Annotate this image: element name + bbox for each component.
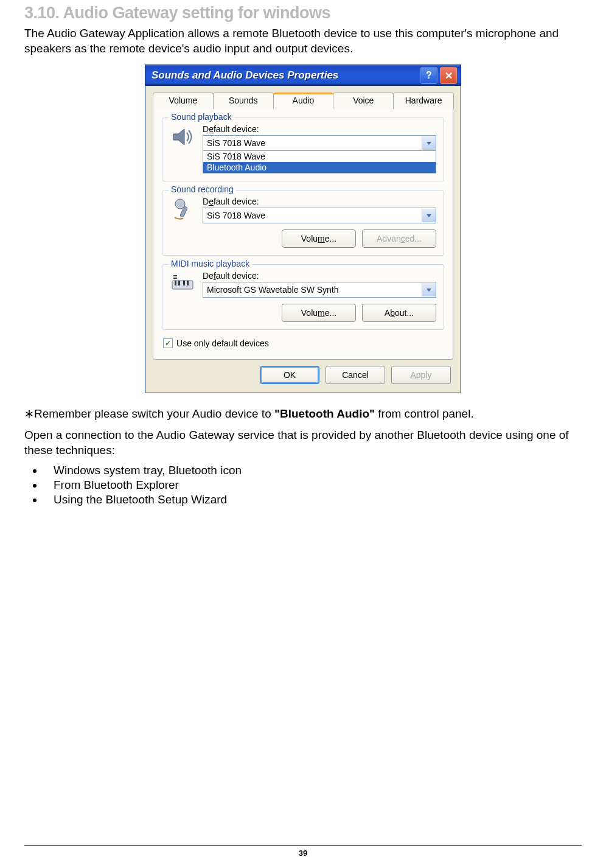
recording-label: Default device: bbox=[203, 197, 436, 206]
svg-rect-7 bbox=[178, 281, 180, 285]
dialog-footer: OK Cancel Apply bbox=[148, 360, 458, 387]
chevron-down-icon bbox=[422, 283, 436, 296]
svg-rect-9 bbox=[187, 281, 189, 285]
svg-marker-1 bbox=[427, 142, 431, 145]
group-title-midi: MIDI music playback bbox=[169, 259, 252, 268]
group-midi: MIDI music playback Default device: Micr… bbox=[162, 264, 444, 330]
use-default-label: Use only default devices bbox=[176, 338, 269, 348]
use-default-checkbox-row[interactable]: ✓ Use only default devices bbox=[163, 338, 444, 348]
cancel-button[interactable]: Cancel bbox=[326, 366, 385, 384]
group-title-recording: Sound recording bbox=[169, 184, 236, 194]
midi-volume-button[interactable]: Volume... bbox=[282, 304, 356, 322]
titlebar-buttons: ? ✕ bbox=[420, 67, 457, 84]
group-sound-recording: Sound recording Default device: SiS 7018… bbox=[162, 190, 444, 256]
midi-device-combo[interactable]: Microsoft GS Wavetable SW Synth bbox=[203, 282, 436, 298]
svg-rect-8 bbox=[183, 281, 185, 285]
open-connection-paragraph: Open a connection to the Audio Gateway s… bbox=[24, 428, 582, 458]
tab-voice[interactable]: Voice bbox=[333, 93, 394, 109]
group-sound-playback: Sound playback Default device: SiS 7018 … bbox=[162, 117, 444, 181]
svg-rect-6 bbox=[175, 281, 176, 285]
list-item: Windows system tray, Bluetooth icon bbox=[44, 464, 582, 477]
tab-panel-audio: Sound playback Default device: SiS 7018 … bbox=[153, 108, 453, 360]
apply-button: Apply bbox=[391, 366, 451, 384]
recording-device-combo[interactable]: SiS 7018 Wave bbox=[203, 208, 436, 223]
recording-device-value: SiS 7018 Wave bbox=[207, 211, 265, 220]
playback-option-bluetooth[interactable]: Bluetooth Audio bbox=[203, 162, 436, 173]
svg-point-2 bbox=[175, 199, 185, 209]
tab-sounds[interactable]: Sounds bbox=[213, 93, 274, 109]
recording-buttons: Volume... Advanced... bbox=[203, 229, 436, 248]
midi-device-value: Microsoft GS Wavetable SW Synth bbox=[207, 285, 339, 295]
tab-audio[interactable]: Audio bbox=[273, 93, 334, 109]
close-button[interactable]: ✕ bbox=[440, 67, 457, 84]
tab-volume[interactable]: Volume bbox=[153, 93, 214, 109]
titlebar[interactable]: Sounds and Audio Devices Properties ? ✕ bbox=[145, 65, 461, 86]
tab-hardware[interactable]: Hardware bbox=[393, 93, 454, 109]
dialog-screenshot: Sounds and Audio Devices Properties ? ✕ … bbox=[24, 65, 582, 393]
microphone-icon bbox=[170, 197, 195, 222]
recording-advanced-button: Advanced... bbox=[362, 229, 436, 248]
playback-device-combo[interactable]: SiS 7018 Wave bbox=[203, 135, 436, 151]
ok-button[interactable]: OK bbox=[260, 366, 319, 384]
checkbox-checked-icon[interactable]: ✓ bbox=[163, 338, 173, 348]
dialog-body: Volume Sounds Audio Voice Hardware Sound… bbox=[145, 86, 461, 393]
help-button[interactable]: ? bbox=[420, 67, 437, 84]
chevron-down-icon bbox=[422, 136, 436, 150]
recording-volume-button[interactable]: Volume... bbox=[282, 229, 356, 248]
chevron-down-icon bbox=[422, 209, 436, 222]
playback-dropdown-list[interactable]: SiS 7018 Wave Bluetooth Audio bbox=[203, 151, 436, 173]
playback-option-sis[interactable]: SiS 7018 Wave bbox=[203, 151, 436, 162]
intro-paragraph: The Audio Gateway Application allows a r… bbox=[24, 26, 582, 56]
svg-marker-0 bbox=[173, 129, 184, 145]
tabstrip: Volume Sounds Audio Voice Hardware bbox=[148, 88, 458, 108]
midi-label: Default device: bbox=[203, 271, 436, 281]
midi-keyboard-icon bbox=[170, 271, 195, 296]
playback-device-value: SiS 7018 Wave bbox=[207, 138, 265, 148]
section-heading: 3.10. Audio Gateway setting for windows bbox=[24, 4, 582, 23]
close-icon: ✕ bbox=[445, 70, 453, 82]
midi-about-button[interactable]: About... bbox=[362, 304, 436, 322]
help-icon: ? bbox=[426, 70, 432, 81]
playback-label: Default device: bbox=[203, 124, 436, 134]
list-item: Using the Bluetooth Setup Wizard bbox=[44, 493, 582, 506]
list-item: From Bluetooth Explorer bbox=[44, 478, 582, 492]
svg-marker-10 bbox=[427, 289, 431, 292]
speaker-icon bbox=[170, 124, 195, 150]
techniques-list: Windows system tray, Bluetooth icon From… bbox=[29, 464, 582, 506]
audio-properties-dialog: Sounds and Audio Devices Properties ? ✕ … bbox=[145, 65, 461, 393]
group-title-playback: Sound playback bbox=[169, 112, 234, 122]
remember-note: ∗Remember please switch your Audio devic… bbox=[24, 407, 582, 422]
titlebar-text: Sounds and Audio Devices Properties bbox=[152, 69, 338, 82]
svg-marker-4 bbox=[427, 214, 431, 217]
midi-buttons: Volume... About... bbox=[203, 304, 436, 322]
